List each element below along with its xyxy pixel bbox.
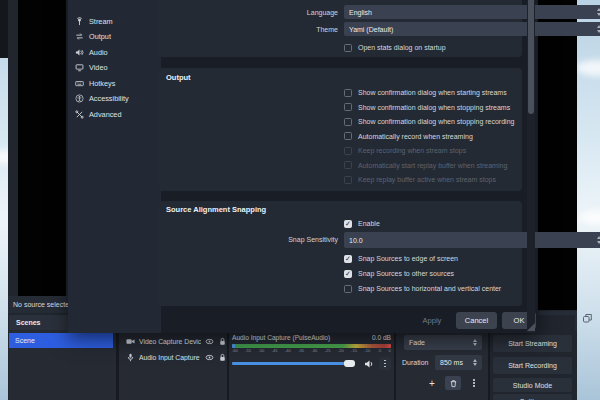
language-value: English bbox=[349, 9, 372, 16]
mixer-level-value: 0.0 dB bbox=[372, 334, 391, 341]
start-streaming-button[interactable]: Start Streaming bbox=[493, 335, 572, 352]
source-row-audio[interactable]: Audio Input Capture ( bbox=[119, 349, 227, 365]
snap-sensitivity-value: 10.0 bbox=[349, 237, 363, 244]
remove-transition-button[interactable] bbox=[445, 376, 461, 390]
output-checkbox-row[interactable]: Show confirmation dialog when starting s… bbox=[344, 88, 507, 97]
meter-tick-labels: -60-55-50-45-40-35-30-25-20-15-10-50 bbox=[232, 348, 391, 353]
checkbox-label: Show confirmation dialog when stopping r… bbox=[358, 118, 514, 125]
theme-select[interactable]: Yami (Default) bbox=[344, 22, 600, 36]
checkbox[interactable] bbox=[344, 132, 352, 140]
start-streaming-label: Start Streaming bbox=[508, 340, 557, 347]
transition-select[interactable]: Fade bbox=[404, 335, 482, 350]
checkbox[interactable] bbox=[344, 44, 352, 52]
checkbox-label: Show confirmation dialog when stopping s… bbox=[358, 104, 510, 111]
duration-value: 850 ms bbox=[440, 359, 463, 366]
checkbox-label: Snap Sources to other sources bbox=[358, 270, 454, 277]
snapping-checkbox-row[interactable]: Snap Sources to horizontal and vertical … bbox=[344, 284, 501, 293]
sidebar-item-audio[interactable]: Audio bbox=[70, 45, 159, 61]
output-checkbox-row[interactable]: Automatically start replay buffer when s… bbox=[344, 161, 507, 170]
snapping-section-title: Source Alignment Snapping bbox=[166, 205, 266, 214]
open-stats-checkbox-row[interactable]: Open stats dialog on startup bbox=[344, 43, 446, 52]
cancel-button[interactable]: Cancel bbox=[456, 312, 497, 329]
studio-mode-label: Studio Mode bbox=[513, 382, 552, 389]
volume-slider-handle[interactable] bbox=[344, 360, 355, 367]
dialog-scrollbar[interactable] bbox=[527, 0, 535, 333]
speaker-icon[interactable] bbox=[364, 359, 374, 369]
snapping-checkbox-row[interactable]: Snap Sources to edge of screen bbox=[344, 254, 458, 263]
checkbox[interactable] bbox=[344, 89, 352, 97]
snap-sensitivity-spinbox[interactable]: 10.0 bbox=[344, 232, 600, 248]
start-recording-button[interactable]: Start Recording bbox=[493, 357, 572, 374]
antenna-icon bbox=[75, 17, 84, 26]
duration-spinbox[interactable]: 850 ms bbox=[435, 355, 482, 370]
checkbox[interactable] bbox=[344, 220, 352, 228]
dialog-scrollbar-thumb[interactable] bbox=[528, 0, 534, 114]
sidebar-item-accessibility[interactable]: Accessibility bbox=[70, 91, 159, 107]
scene-list-item[interactable]: Scene bbox=[9, 333, 113, 348]
theme-label: Theme bbox=[238, 26, 338, 33]
spinner-updown-icon bbox=[473, 359, 477, 367]
window-restore-icon[interactable] bbox=[582, 313, 593, 324]
output-checkbox-row[interactable]: Show confirmation dialog when stopping s… bbox=[344, 103, 510, 112]
add-transition-button[interactable]: + bbox=[424, 376, 440, 390]
sidebar-item-hotkeys[interactable]: Hotkeys bbox=[70, 76, 159, 92]
sidebar-item-advanced[interactable]: Advanced bbox=[70, 107, 159, 123]
checkbox[interactable] bbox=[344, 285, 352, 293]
screen: No source selected Scenes Scene Video Ca… bbox=[0, 0, 600, 400]
apply-label: Apply bbox=[423, 316, 442, 325]
status-text-label: No source selected bbox=[13, 301, 73, 308]
checkbox[interactable] bbox=[344, 118, 352, 126]
eye-icon[interactable] bbox=[205, 337, 214, 346]
camera-icon bbox=[126, 337, 135, 346]
source-row-video[interactable]: Video Capture Device bbox=[119, 333, 227, 349]
sidebar-item-stream[interactable]: Stream bbox=[70, 14, 159, 30]
checkbox-label: Snap Sources to horizontal and vertical … bbox=[358, 285, 501, 292]
general-section: General Language English Theme Yami (Def… bbox=[158, 0, 522, 57]
eye-icon[interactable] bbox=[205, 353, 214, 362]
mic-icon bbox=[126, 353, 135, 362]
checkbox[interactable] bbox=[344, 161, 352, 169]
studio-mode-button[interactable]: Studio Mode bbox=[493, 378, 572, 392]
resize-grip[interactable] bbox=[527, 323, 535, 331]
settings-dialog: General Stream Output bbox=[68, 0, 537, 333]
duration-label: Duration bbox=[402, 359, 428, 366]
checkbox[interactable] bbox=[344, 176, 352, 184]
output-checkbox-row[interactable]: Keep replay buffer active when stream st… bbox=[344, 175, 496, 184]
checkbox[interactable] bbox=[344, 103, 352, 111]
output-section: Output Show confirmation dialog when sta… bbox=[158, 68, 522, 191]
checkbox[interactable] bbox=[344, 147, 352, 155]
plus-icon: + bbox=[429, 378, 435, 389]
lock-icon[interactable] bbox=[218, 353, 227, 362]
checkbox-label: Open stats dialog on startup bbox=[358, 44, 446, 51]
transition-value: Fade bbox=[409, 339, 425, 346]
sidebar-item-label: Stream bbox=[89, 17, 113, 26]
output-icon bbox=[75, 32, 84, 41]
scenes-dock-title: Scenes bbox=[16, 319, 41, 326]
language-label: Language bbox=[238, 9, 338, 16]
output-checkbox-row[interactable]: Automatically record when streaming bbox=[344, 132, 473, 141]
source-label: Video Capture Device bbox=[139, 338, 201, 345]
sidebar-item-video[interactable]: Video bbox=[70, 60, 159, 76]
output-checkbox-row[interactable]: Keep recording when stream stops bbox=[344, 146, 466, 155]
output-checkbox-row[interactable]: Show confirmation dialog when stopping r… bbox=[344, 117, 514, 126]
snap-sensitivity-label: Snap Sensitivity bbox=[238, 236, 338, 243]
sidebar-item-output[interactable]: Output bbox=[70, 29, 159, 45]
source-label: Audio Input Capture ( bbox=[139, 354, 201, 361]
volume-slider[interactable] bbox=[232, 362, 359, 365]
tools-icon bbox=[75, 110, 84, 119]
transition-options-button[interactable] bbox=[466, 376, 482, 390]
snapping-section: Source Alignment Snapping Enable Snap Se… bbox=[158, 201, 522, 306]
mixer-options-button[interactable] bbox=[379, 357, 391, 370]
language-select[interactable]: English bbox=[344, 5, 600, 19]
speaker-icon bbox=[75, 48, 84, 57]
snapping-enable-row[interactable]: Enable bbox=[344, 219, 380, 228]
mixer-source-name: Audio Input Capture (PulseAudio) bbox=[232, 334, 330, 341]
checkbox[interactable] bbox=[344, 270, 352, 278]
lock-icon[interactable] bbox=[218, 337, 227, 346]
checkbox[interactable] bbox=[344, 255, 352, 263]
apply-button[interactable]: Apply bbox=[413, 312, 451, 329]
snapping-checkbox-row[interactable]: Snap Sources to other sources bbox=[344, 269, 454, 278]
checkbox-label: Enable bbox=[358, 220, 380, 227]
accessibility-icon bbox=[75, 94, 84, 103]
settings-button[interactable]: Settings bbox=[493, 394, 572, 400]
